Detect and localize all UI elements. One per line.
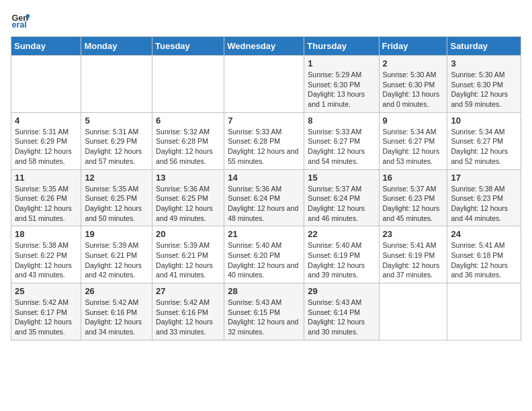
svg-text:eral: eral bbox=[11, 20, 26, 30]
day-info: Sunrise: 5:32 AM Sunset: 6:28 PM Dayligh… bbox=[156, 127, 220, 167]
day-number: 1 bbox=[308, 58, 375, 68]
day-cell: 5Sunrise: 5:31 AM Sunset: 6:29 PM Daylig… bbox=[81, 112, 152, 169]
day-cell: 29Sunrise: 5:43 AM Sunset: 6:14 PM Dayli… bbox=[304, 283, 379, 340]
day-number: 19 bbox=[85, 229, 148, 239]
day-cell: 26Sunrise: 5:42 AM Sunset: 6:16 PM Dayli… bbox=[81, 283, 152, 340]
day-cell: 6Sunrise: 5:32 AM Sunset: 6:28 PM Daylig… bbox=[152, 112, 224, 169]
day-info: Sunrise: 5:33 AM Sunset: 6:28 PM Dayligh… bbox=[228, 127, 300, 167]
day-number: 11 bbox=[15, 173, 77, 183]
day-info: Sunrise: 5:43 AM Sunset: 6:14 PM Dayligh… bbox=[308, 298, 375, 337]
day-number: 29 bbox=[308, 286, 375, 296]
day-info: Sunrise: 5:41 AM Sunset: 6:18 PM Dayligh… bbox=[451, 240, 517, 280]
day-info: Sunrise: 5:40 AM Sunset: 6:20 PM Dayligh… bbox=[228, 240, 300, 280]
day-info: Sunrise: 5:43 AM Sunset: 6:15 PM Dayligh… bbox=[228, 298, 300, 337]
day-number: 15 bbox=[308, 173, 375, 183]
day-cell: 21Sunrise: 5:40 AM Sunset: 6:20 PM Dayli… bbox=[224, 226, 304, 283]
day-cell: 15Sunrise: 5:37 AM Sunset: 6:24 PM Dayli… bbox=[304, 169, 379, 226]
day-number: 23 bbox=[383, 229, 444, 239]
header-saturday: Saturday bbox=[447, 37, 521, 56]
day-info: Sunrise: 5:33 AM Sunset: 6:27 PM Dayligh… bbox=[308, 127, 375, 167]
day-cell: 24Sunrise: 5:41 AM Sunset: 6:18 PM Dayli… bbox=[447, 226, 521, 283]
day-info: Sunrise: 5:42 AM Sunset: 6:17 PM Dayligh… bbox=[15, 298, 77, 337]
day-cell: 10Sunrise: 5:34 AM Sunset: 6:27 PM Dayli… bbox=[447, 112, 521, 169]
header-thursday: Thursday bbox=[304, 37, 379, 56]
day-number: 27 bbox=[156, 286, 220, 296]
day-number: 2 bbox=[383, 58, 444, 68]
day-cell bbox=[447, 283, 521, 340]
week-row-3: 11Sunrise: 5:35 AM Sunset: 6:26 PM Dayli… bbox=[11, 169, 521, 226]
day-number: 24 bbox=[451, 229, 517, 239]
day-cell: 22Sunrise: 5:40 AM Sunset: 6:19 PM Dayli… bbox=[304, 226, 379, 283]
day-info: Sunrise: 5:30 AM Sunset: 6:30 PM Dayligh… bbox=[451, 70, 517, 109]
day-info: Sunrise: 5:38 AM Sunset: 6:22 PM Dayligh… bbox=[15, 240, 77, 280]
day-cell: 1Sunrise: 5:29 AM Sunset: 6:30 PM Daylig… bbox=[304, 56, 379, 113]
header-friday: Friday bbox=[379, 37, 447, 56]
header-tuesday: Tuesday bbox=[152, 37, 224, 56]
day-cell: 7Sunrise: 5:33 AM Sunset: 6:28 PM Daylig… bbox=[224, 112, 304, 169]
week-row-5: 25Sunrise: 5:42 AM Sunset: 6:17 PM Dayli… bbox=[11, 283, 521, 340]
day-number: 12 bbox=[85, 173, 148, 183]
day-cell: 9Sunrise: 5:34 AM Sunset: 6:27 PM Daylig… bbox=[379, 112, 447, 169]
day-cell bbox=[11, 56, 81, 113]
day-cell: 3Sunrise: 5:30 AM Sunset: 6:30 PM Daylig… bbox=[447, 56, 521, 113]
day-info: Sunrise: 5:37 AM Sunset: 6:23 PM Dayligh… bbox=[383, 184, 444, 224]
day-cell: 2Sunrise: 5:30 AM Sunset: 6:30 PM Daylig… bbox=[379, 56, 447, 113]
day-info: Sunrise: 5:39 AM Sunset: 6:21 PM Dayligh… bbox=[156, 240, 220, 280]
day-info: Sunrise: 5:31 AM Sunset: 6:29 PM Dayligh… bbox=[15, 127, 77, 167]
day-cell: 16Sunrise: 5:37 AM Sunset: 6:23 PM Dayli… bbox=[379, 169, 447, 226]
day-info: Sunrise: 5:34 AM Sunset: 6:27 PM Dayligh… bbox=[451, 127, 517, 167]
day-cell: 14Sunrise: 5:36 AM Sunset: 6:24 PM Dayli… bbox=[224, 169, 304, 226]
day-number: 7 bbox=[228, 116, 300, 126]
day-info: Sunrise: 5:31 AM Sunset: 6:29 PM Dayligh… bbox=[85, 127, 148, 167]
day-info: Sunrise: 5:42 AM Sunset: 6:16 PM Dayligh… bbox=[156, 298, 220, 337]
day-number: 28 bbox=[228, 286, 300, 296]
day-info: Sunrise: 5:37 AM Sunset: 6:24 PM Dayligh… bbox=[308, 184, 375, 224]
day-info: Sunrise: 5:40 AM Sunset: 6:19 PM Dayligh… bbox=[308, 240, 375, 280]
day-cell bbox=[152, 56, 224, 113]
day-cell: 18Sunrise: 5:38 AM Sunset: 6:22 PM Dayli… bbox=[11, 226, 81, 283]
day-cell: 27Sunrise: 5:42 AM Sunset: 6:16 PM Dayli… bbox=[152, 283, 224, 340]
day-info: Sunrise: 5:35 AM Sunset: 6:25 PM Dayligh… bbox=[85, 184, 148, 224]
day-cell: 17Sunrise: 5:38 AM Sunset: 6:23 PM Dayli… bbox=[447, 169, 521, 226]
day-cell: 4Sunrise: 5:31 AM Sunset: 6:29 PM Daylig… bbox=[11, 112, 81, 169]
day-cell: 11Sunrise: 5:35 AM Sunset: 6:26 PM Dayli… bbox=[11, 169, 81, 226]
week-row-4: 18Sunrise: 5:38 AM Sunset: 6:22 PM Dayli… bbox=[11, 226, 521, 283]
calendar-header-row: SundayMondayTuesdayWednesdayThursdayFrid… bbox=[11, 37, 521, 56]
day-number: 14 bbox=[228, 173, 300, 183]
day-number: 13 bbox=[156, 173, 220, 183]
day-cell: 13Sunrise: 5:36 AM Sunset: 6:25 PM Dayli… bbox=[152, 169, 224, 226]
day-cell: 28Sunrise: 5:43 AM Sunset: 6:15 PM Dayli… bbox=[224, 283, 304, 340]
week-row-1: 1Sunrise: 5:29 AM Sunset: 6:30 PM Daylig… bbox=[11, 56, 521, 113]
day-cell: 12Sunrise: 5:35 AM Sunset: 6:25 PM Dayli… bbox=[81, 169, 152, 226]
header-wednesday: Wednesday bbox=[224, 37, 304, 56]
day-number: 10 bbox=[451, 116, 517, 126]
day-number: 9 bbox=[383, 116, 444, 126]
day-number: 25 bbox=[15, 286, 77, 296]
day-cell bbox=[81, 56, 152, 113]
calendar-table: SundayMondayTuesdayWednesdayThursdayFrid… bbox=[11, 36, 521, 340]
day-number: 18 bbox=[15, 229, 77, 239]
day-info: Sunrise: 5:36 AM Sunset: 6:24 PM Dayligh… bbox=[228, 184, 300, 224]
page-header: Gen eral bbox=[11, 11, 521, 30]
day-cell: 8Sunrise: 5:33 AM Sunset: 6:27 PM Daylig… bbox=[304, 112, 379, 169]
header-sunday: Sunday bbox=[11, 37, 81, 56]
day-info: Sunrise: 5:34 AM Sunset: 6:27 PM Dayligh… bbox=[383, 127, 444, 167]
day-number: 3 bbox=[451, 58, 517, 68]
day-info: Sunrise: 5:29 AM Sunset: 6:30 PM Dayligh… bbox=[308, 70, 375, 109]
day-number: 17 bbox=[451, 173, 517, 183]
day-cell: 25Sunrise: 5:42 AM Sunset: 6:17 PM Dayli… bbox=[11, 283, 81, 340]
day-number: 16 bbox=[383, 173, 444, 183]
day-info: Sunrise: 5:39 AM Sunset: 6:21 PM Dayligh… bbox=[85, 240, 148, 280]
day-info: Sunrise: 5:36 AM Sunset: 6:25 PM Dayligh… bbox=[156, 184, 220, 224]
day-cell: 23Sunrise: 5:41 AM Sunset: 6:19 PM Dayli… bbox=[379, 226, 447, 283]
logo-icon: Gen eral bbox=[11, 11, 30, 30]
week-row-2: 4Sunrise: 5:31 AM Sunset: 6:29 PM Daylig… bbox=[11, 112, 521, 169]
day-info: Sunrise: 5:41 AM Sunset: 6:19 PM Dayligh… bbox=[383, 240, 444, 280]
header-monday: Monday bbox=[81, 37, 152, 56]
day-cell bbox=[379, 283, 447, 340]
day-number: 20 bbox=[156, 229, 220, 239]
day-info: Sunrise: 5:38 AM Sunset: 6:23 PM Dayligh… bbox=[451, 184, 517, 224]
day-number: 21 bbox=[228, 229, 300, 239]
day-cell bbox=[224, 56, 304, 113]
logo: Gen eral bbox=[11, 11, 32, 30]
